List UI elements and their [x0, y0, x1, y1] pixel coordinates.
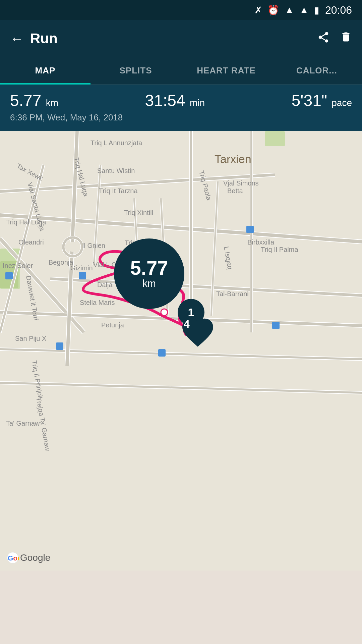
svg-text:Ta' Garnaw: Ta' Garnaw: [6, 420, 40, 427]
svg-rect-42: [272, 322, 280, 329]
header: ← Run: [0, 20, 362, 57]
tab-splits[interactable]: SPLITS: [90, 57, 181, 84]
stat-pace-value: 5'31": [292, 92, 332, 109]
page-title: Run: [30, 31, 317, 47]
svg-text:Triq It Tarzna: Triq It Tarzna: [99, 187, 138, 195]
bluetooth-icon: ✗: [254, 5, 262, 16]
svg-text:Google: Google: [8, 554, 19, 562]
stat-distance-value: 5.77: [10, 92, 46, 109]
svg-rect-43: [79, 272, 86, 279]
back-button[interactable]: ←: [10, 31, 23, 46]
svg-rect-40: [56, 342, 63, 350]
tab-heartrate[interactable]: HEART RATE: [181, 57, 272, 84]
svg-point-44: [161, 309, 168, 316]
status-icons: ✗ ⏰ ▲ ▲ ▮: [254, 5, 319, 16]
tab-calories[interactable]: CALOR...: [272, 57, 362, 84]
status-bar: ✗ ⏰ ▲ ▲ ▮ 20:06: [0, 0, 362, 20]
svg-text:Betta: Betta: [227, 187, 243, 195]
svg-text:Vjal Simons: Vjal Simons: [223, 179, 259, 187]
tab-map[interactable]: MAP: [0, 57, 90, 84]
delete-button[interactable]: [340, 31, 352, 47]
distance-bubble-unit: km: [142, 278, 156, 289]
svg-text:Begonja: Begonja: [49, 259, 73, 266]
svg-text:Inez Soler: Inez Soler: [3, 262, 33, 269]
svg-rect-37: [246, 226, 254, 233]
stats-datetime: 6:36 PM, Wed, May 16, 2018: [10, 112, 352, 123]
svg-text:Triq Xintill: Triq Xintill: [124, 209, 153, 216]
svg-point-36: [68, 242, 78, 252]
svg-text:Triq Il Palma: Triq Il Palma: [261, 246, 298, 253]
svg-text:Santu Wistin: Santu Wistin: [97, 167, 135, 174]
header-actions: [317, 31, 352, 47]
share-button[interactable]: [317, 31, 330, 47]
svg-text:Tal-Barrani: Tal-Barrani: [216, 290, 249, 298]
tabs: MAP SPLITS HEART RATE CALOR...: [0, 57, 362, 85]
map-svg: Tarxien Triq L Annunzjata Tax Xewk Santu…: [0, 131, 362, 571]
stat-pace-unit: pace: [331, 98, 352, 108]
svg-text:Oleandri: Oleandri: [18, 238, 44, 246]
svg-text:Stella Maris: Stella Maris: [80, 299, 115, 306]
svg-rect-3: [265, 131, 285, 146]
stat-duration-unit: min: [190, 98, 205, 108]
google-logo: Google Google: [7, 552, 50, 564]
stat-duration: 31:54 min: [145, 91, 205, 110]
svg-text:Triq L Annunzjata: Triq L Annunzjata: [90, 139, 142, 147]
stat-duration-value: 31:54: [145, 92, 190, 109]
svg-text:Il Gnien: Il Gnien: [82, 242, 105, 249]
svg-text:Tarxien: Tarxien: [215, 153, 251, 165]
svg-text:Triq Hal Luqa: Triq Hal Luqa: [6, 218, 46, 226]
svg-text:San Piju X: San Piju X: [15, 335, 46, 342]
svg-rect-38: [5, 272, 13, 279]
battery-icon: ▮: [314, 5, 319, 16]
status-time: 20:06: [325, 4, 352, 16]
alarm-icon: ⏰: [267, 5, 279, 16]
stats-row: 5.77 km 31:54 min 5'31" pace: [10, 91, 352, 110]
svg-text:Dalja: Dalja: [97, 281, 113, 288]
svg-text:Gizimin: Gizimin: [70, 264, 93, 272]
map-container[interactable]: Tarxien Triq L Annunzjata Tax Xewk Santu…: [0, 131, 362, 571]
svg-text:Petunja: Petunja: [101, 321, 124, 329]
svg-rect-41: [158, 349, 166, 357]
google-text: Google: [20, 552, 50, 563]
distance-bubble: 5.77 km: [114, 238, 184, 309]
stat-pace: 5'31" pace: [292, 91, 352, 110]
stats-bar: 5.77 km 31:54 min 5'31" pace 6:36 PM, We…: [0, 85, 362, 131]
distance-bubble-value: 5.77: [130, 258, 168, 278]
stat-distance: 5.77 km: [10, 91, 58, 110]
signal-icon: ▲: [299, 5, 309, 15]
wifi-icon: ▲: [285, 5, 294, 15]
marker-4: 4: [184, 318, 190, 330]
stat-distance-unit: km: [46, 98, 58, 108]
svg-text:Birbxxilla: Birbxxilla: [247, 238, 275, 246]
